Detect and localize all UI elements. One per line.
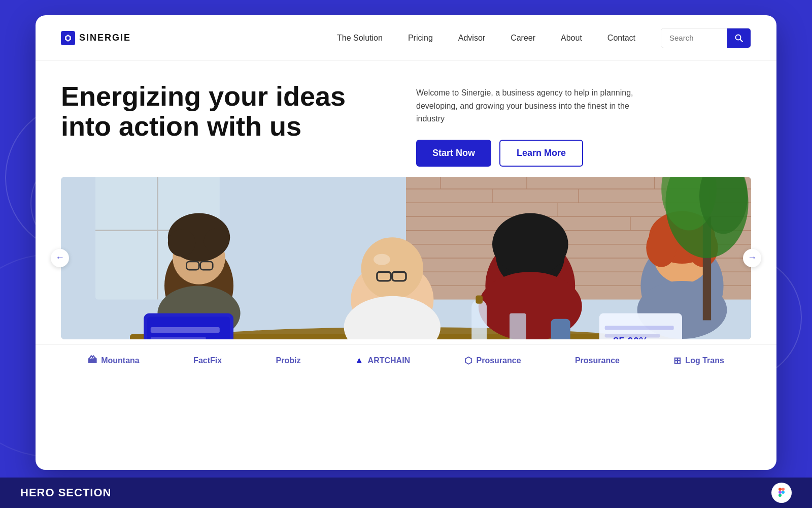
svg-line-1: [740, 39, 742, 42]
slider-section: 85.00% 85.00% ← →: [36, 177, 776, 339]
nav-link-solution[interactable]: The Solution: [337, 34, 383, 43]
svg-point-54: [492, 213, 568, 275]
partner-excels[interactable]: ⬡ Prosurance: [464, 355, 521, 366]
svg-rect-81: [779, 491, 782, 494]
svg-rect-69: [151, 327, 220, 333]
nav-link-pricing[interactable]: Pricing: [408, 34, 433, 43]
search-button[interactable]: [727, 28, 751, 48]
nav-link-about[interactable]: About: [561, 34, 582, 43]
slider-prev-button[interactable]: ←: [51, 249, 69, 267]
svg-rect-77: [605, 326, 674, 330]
navbar: SINERGIE The Solution Pricing Advisor Ca…: [36, 15, 776, 61]
hero-headline: Energizing your ideas into action with u…: [61, 81, 396, 142]
arrow-left-icon: ←: [55, 252, 64, 263]
partner-mountana-label: Mountana: [101, 356, 140, 365]
svg-point-39: [204, 228, 229, 253]
nav-link-career[interactable]: Career: [511, 34, 535, 43]
svg-rect-79: [779, 488, 782, 491]
partner-probiz-label: Probiz: [276, 356, 301, 365]
svg-rect-80: [782, 488, 785, 491]
hero-right: Welcome to Sinergie, a business agency t…: [416, 81, 751, 167]
svg-point-46: [374, 254, 390, 265]
partner-logtrans-label: Log Trans: [685, 356, 724, 365]
svg-rect-74: [551, 319, 570, 339]
bottom-bar: HERO SECTION: [0, 478, 812, 508]
hero-buttons: Start Now Learn More: [416, 140, 751, 167]
svg-rect-71: [471, 299, 487, 339]
slider-image: 85.00% 85.00%: [61, 177, 751, 339]
partner-factfix-label: FactFix: [193, 356, 222, 365]
start-now-button[interactable]: Start Now: [416, 140, 491, 167]
logo-icon: [61, 31, 75, 45]
partner-logtrans[interactable]: ⊞ Log Trans: [673, 355, 724, 366]
partner-artchain-label: ARTCHAIN: [368, 356, 411, 365]
partners-bar: 🏔 Mountana FactFix Probiz ▲ ARTCHAIN ⬡ P…: [36, 344, 776, 376]
svg-rect-78: [605, 334, 660, 337]
main-card: SINERGIE The Solution Pricing Advisor Ca…: [36, 15, 776, 470]
partner-prosurance-label: Prosurance: [575, 356, 620, 365]
logtrans-icon: ⊞: [673, 355, 681, 366]
search-input[interactable]: [661, 28, 727, 47]
nav-link-advisor[interactable]: Advisor: [458, 34, 485, 43]
figma-button[interactable]: [771, 483, 792, 503]
hero-description: Welcome to Sinergie, a business agency t…: [416, 86, 660, 125]
svg-rect-72: [476, 295, 483, 303]
svg-point-59: [646, 228, 676, 267]
slider-next-button[interactable]: →: [743, 249, 761, 267]
hero-left: Energizing your ideas into action with u…: [61, 81, 396, 167]
svg-rect-70: [151, 337, 206, 339]
figma-icon: [775, 487, 788, 499]
hero-section: Energizing your ideas into action with u…: [36, 61, 776, 167]
meeting-scene: 85.00% 85.00%: [61, 177, 751, 339]
nav-links: The Solution Pricing Advisor Career Abou…: [337, 34, 635, 43]
partner-excels-label: Prosurance: [477, 356, 521, 365]
logo-text: SINERGIE: [79, 33, 131, 43]
svg-rect-82: [779, 494, 782, 497]
nav-link-contact[interactable]: Contact: [607, 34, 635, 43]
svg-point-45: [361, 237, 423, 299]
mountana-icon: 🏔: [88, 355, 97, 366]
svg-point-83: [782, 491, 785, 494]
partner-factfix[interactable]: FactFix: [193, 356, 222, 365]
search-icon: [734, 34, 743, 43]
section-label: HERO SECTION: [20, 486, 111, 499]
search-bar: [661, 28, 751, 48]
excels-icon: ⬡: [464, 355, 472, 366]
arrow-right-icon: →: [748, 252, 757, 263]
partner-prosurance[interactable]: Prosurance: [575, 356, 620, 365]
artchain-icon: ▲: [355, 355, 364, 366]
learn-more-button[interactable]: Learn More: [499, 140, 583, 167]
partner-mountana[interactable]: 🏔 Mountana: [88, 355, 140, 366]
partner-artchain[interactable]: ▲ ARTCHAIN: [355, 355, 410, 366]
svg-point-38: [168, 229, 195, 257]
partner-probiz[interactable]: Probiz: [276, 356, 301, 365]
logo[interactable]: SINERGIE: [61, 31, 131, 45]
svg-rect-73: [510, 313, 526, 339]
